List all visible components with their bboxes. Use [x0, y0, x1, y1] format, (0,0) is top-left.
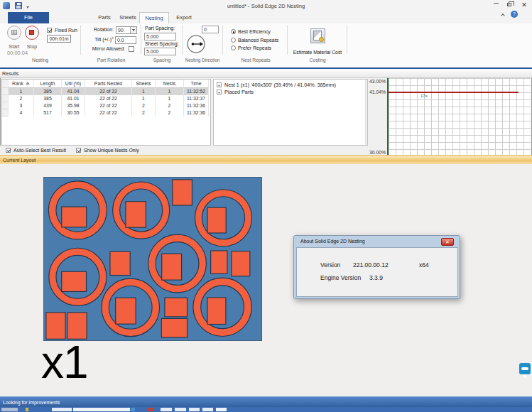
part-rect[interactable]	[207, 207, 226, 233]
column-header[interactable]: Rank	[9, 80, 34, 88]
row-selector[interactable]	[2, 95, 9, 102]
repeat-option[interactable]: Best Efficiency	[231, 29, 271, 36]
column-header[interactable]: Util (%)	[62, 80, 85, 88]
results-table: RankLengthUtil (%)Parts NestedSheetsNest…	[1, 79, 211, 146]
tree-item[interactable]: +Placed Parts	[217, 89, 254, 95]
repeat-option[interactable]: Balanced Repeats	[231, 37, 278, 43]
column-header[interactable]: Nests	[156, 80, 184, 88]
column-header[interactable]: Sheets	[132, 80, 156, 88]
expand-icon[interactable]: +	[217, 90, 222, 94]
collapse-ribbon-icon[interactable]	[500, 13, 506, 18]
tab-nesting[interactable]: Nesting	[139, 12, 169, 23]
table-cell[interactable]: 3	[9, 102, 34, 109]
row-selector[interactable]	[2, 102, 9, 109]
ribbon: Start Stop 00:00:04 Fixed Run 00h:01m Ne…	[0, 23, 532, 67]
stop-button[interactable]	[25, 26, 39, 40]
auto-select-checkbox[interactable]	[6, 148, 11, 153]
estimate-cost-button[interactable]: Estimate Material Cost	[286, 50, 349, 55]
part-rect[interactable]	[110, 251, 130, 275]
part-rect[interactable]	[62, 271, 87, 291]
table-cell[interactable]: 2	[156, 109, 184, 116]
help-icon[interactable]: ?	[511, 11, 518, 18]
part-rect[interactable]	[211, 251, 227, 273]
tab-sheets[interactable]: Sheets	[114, 12, 142, 23]
column-header[interactable]: Length	[34, 80, 62, 88]
about-dialog-title: About Solid Edge 2D Nesting	[300, 239, 365, 244]
nesting-direction-icon[interactable]	[186, 34, 206, 54]
tab-file[interactable]: File	[8, 12, 49, 23]
restore-button[interactable]	[504, 1, 516, 9]
part-rect[interactable]	[161, 318, 187, 337]
about-close-button[interactable]: ✕	[441, 238, 454, 246]
start-button[interactable]	[7, 26, 21, 40]
show-unique-label: Show Unique Nests Only	[84, 148, 139, 153]
table-cell[interactable]: 1	[132, 95, 156, 102]
table-cell[interactable]: 385	[34, 88, 62, 95]
chart-annotation: 17s	[420, 94, 428, 98]
part-rect[interactable]	[165, 298, 188, 317]
table-cell[interactable]: 35.98	[62, 102, 85, 109]
row-selector[interactable]	[2, 88, 9, 95]
rotation-combo[interactable]: 90	[116, 26, 137, 34]
repeat-option[interactable]: Prefer Repeats	[231, 45, 271, 52]
table-cell[interactable]: 22 of 22	[85, 88, 132, 95]
teamviewer-icon[interactable]	[519, 363, 531, 374]
table-cell[interactable]: 4	[9, 109, 34, 116]
part-rect[interactable]	[232, 251, 250, 276]
part-rect[interactable]	[46, 313, 65, 339]
rotation-label: Rotation:	[80, 27, 114, 33]
arch-value: x64	[419, 261, 429, 269]
close-button[interactable]: ✕	[519, 1, 530, 9]
show-unique-checkbox[interactable]	[76, 148, 81, 153]
table-cell[interactable]: 1	[132, 88, 156, 95]
table-cell[interactable]: 22 of 22	[85, 95, 132, 102]
sheet-spacing-input[interactable]: 5.000	[144, 48, 176, 55]
table-cell[interactable]: 2	[9, 95, 34, 102]
part-spacing-input[interactable]: 5.000	[144, 33, 176, 40]
version-value: 221.00.00.12	[353, 261, 389, 269]
about-dialog-body: Version 221.00.00.12 x64 Engine Version …	[296, 247, 458, 297]
column-header[interactable]: Parts Nested	[85, 80, 132, 88]
table-cell[interactable]: 517	[34, 109, 62, 116]
part-rect[interactable]	[126, 202, 146, 228]
estimate-cost-icon[interactable]	[310, 28, 325, 43]
table-cell[interactable]: 2	[132, 109, 156, 116]
minimize-button[interactable]	[490, 1, 501, 9]
part-rect[interactable]	[62, 207, 87, 227]
tree-item[interactable]: +Nest 1 (x1) '400x300' (39.49% / 41.04%,…	[217, 82, 336, 88]
table-cell[interactable]: 22 of 22	[85, 109, 132, 116]
direction-input[interactable]: 0	[202, 26, 219, 33]
tab-export[interactable]: Export	[170, 12, 197, 23]
start-label: Start	[6, 44, 23, 49]
table-cell[interactable]: 11:32:36	[184, 109, 209, 116]
part-rect[interactable]	[207, 298, 226, 325]
layout-canvas: x1 About Solid Edge 2D Nesting ✕ Version…	[0, 164, 532, 396]
part-rect[interactable]	[173, 180, 192, 205]
tilt-input[interactable]: 0.0	[115, 36, 136, 44]
table-cell[interactable]: 11:32:37	[184, 95, 209, 102]
table-cell[interactable]: 11:32:52	[184, 88, 209, 95]
table-cell[interactable]: 1	[156, 95, 184, 102]
table-cell[interactable]: 22 of 22	[85, 102, 132, 109]
mirror-label: Mirror Allowed:	[80, 46, 125, 53]
row-selector[interactable]	[2, 109, 9, 116]
part-rect[interactable]	[116, 298, 136, 324]
table-cell[interactable]: 2	[156, 102, 184, 109]
table-cell[interactable]: 1	[9, 88, 34, 95]
duration-input[interactable]: 00h:01m	[47, 35, 71, 43]
mirror-checkbox[interactable]	[129, 46, 134, 52]
column-header[interactable]: Time	[184, 80, 209, 88]
part-rect[interactable]	[67, 313, 87, 339]
fixed-run-checkbox[interactable]	[47, 28, 52, 33]
rotation-dropdown-icon[interactable]	[130, 27, 136, 33]
table-cell[interactable]: 30.55	[62, 109, 85, 116]
table-cell[interactable]: 41.01	[62, 95, 85, 102]
table-cell[interactable]: 385	[34, 95, 62, 102]
table-cell[interactable]: 1	[156, 88, 184, 95]
table-cell[interactable]: 41.04	[62, 88, 85, 95]
table-cell[interactable]: 2	[132, 102, 156, 109]
table-cell[interactable]: 11:32:36	[184, 102, 209, 109]
part-rect[interactable]	[162, 254, 182, 280]
table-cell[interactable]: 439	[34, 102, 62, 109]
expand-icon[interactable]: +	[217, 82, 222, 87]
